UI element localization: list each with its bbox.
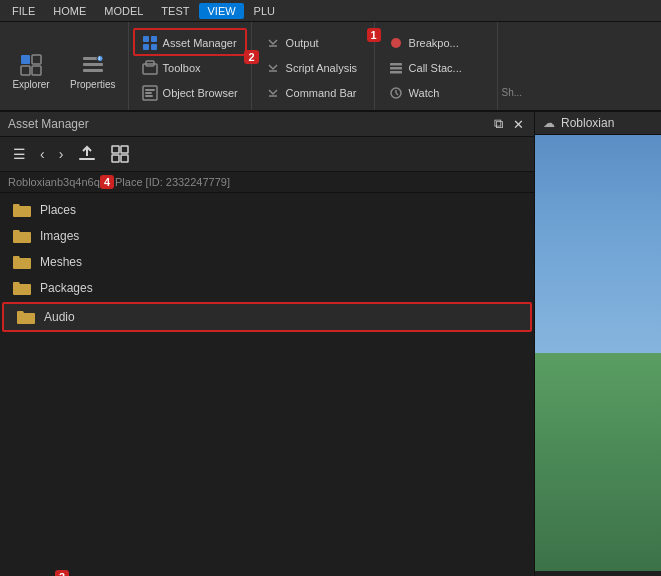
- toolbar-menu-button[interactable]: ☰: [8, 143, 31, 165]
- ribbon-section-debug: 1 Breakpo... Call Stac...: [375, 22, 498, 110]
- ribbon: Explorer i Properties 2: [0, 22, 661, 112]
- object-browser-button[interactable]: Object Browser: [135, 81, 245, 105]
- viewport[interactable]: [535, 135, 661, 571]
- asset-manager-icon: [141, 34, 159, 52]
- path-bar: Robloxianb3q4n6q4...Place [ID: 233224777…: [0, 172, 534, 193]
- svg-rect-32: [112, 155, 119, 162]
- call-stack-button[interactable]: Call Stac...: [381, 56, 491, 80]
- folder-icon-images: [12, 228, 32, 244]
- cloud-icon: ☁: [543, 116, 555, 130]
- asset-panel-title: Asset Manager: [8, 117, 89, 131]
- output-icon: [264, 34, 282, 52]
- folder-icon-meshes: [12, 254, 32, 270]
- toolbar-forward-button[interactable]: ›: [54, 143, 69, 165]
- call-stack-label: Call Stac...: [409, 62, 462, 74]
- list-item-places-label: Places: [40, 203, 76, 217]
- object-browser-icon: [141, 84, 159, 102]
- output-label: Output: [286, 37, 319, 49]
- folder-icon-packages: [12, 280, 32, 296]
- breakpoints-label: Breakpo...: [409, 37, 459, 49]
- output-col: Output Script Analysis C: [258, 27, 368, 105]
- script-analysis-button[interactable]: Script Analysis: [258, 56, 368, 80]
- svg-rect-30: [112, 146, 119, 153]
- svg-rect-25: [390, 71, 402, 74]
- svg-rect-33: [121, 155, 128, 162]
- list-item-audio[interactable]: Audio: [2, 302, 532, 332]
- svg-rect-17: [145, 92, 152, 94]
- svg-rect-16: [145, 89, 155, 91]
- viewport-sky: [535, 135, 661, 375]
- panel-title-bar: Asset Manager ⧉ ✕: [0, 112, 534, 137]
- menu-view[interactable]: VIEW: [199, 3, 243, 19]
- script-analysis-label: Script Analysis: [286, 62, 358, 74]
- view-tools-col: Asset Manager Toolbox: [135, 27, 245, 105]
- list-item-meshes[interactable]: Meshes: [0, 249, 534, 275]
- properties-icon: i: [81, 53, 105, 77]
- breakpoints-button[interactable]: Breakpo...: [381, 31, 491, 55]
- svg-rect-1: [32, 55, 41, 64]
- panel-title-actions: ⧉ ✕: [492, 116, 526, 132]
- svg-rect-23: [390, 63, 402, 66]
- explorer-icon: [19, 53, 43, 77]
- panel-restore-button[interactable]: ⧉: [492, 116, 505, 132]
- list-item-images[interactable]: Images: [0, 223, 534, 249]
- svg-rect-11: [143, 44, 149, 50]
- explorer-button[interactable]: Explorer: [6, 49, 56, 94]
- list-item-packages-label: Packages: [40, 281, 93, 295]
- menu-plugins[interactable]: PLU: [246, 3, 283, 19]
- list-item-places[interactable]: Places: [0, 197, 534, 223]
- main-area: Asset Manager ⧉ ✕ ☰ ‹ › 4: [0, 112, 661, 576]
- command-bar-button[interactable]: Command Bar: [258, 81, 368, 105]
- menu-file[interactable]: FILE: [4, 3, 43, 19]
- toolbar-back-button[interactable]: ‹: [35, 143, 50, 165]
- right-panel-header: ☁ Robloxian: [535, 112, 661, 135]
- object-browser-label: Object Browser: [163, 87, 238, 99]
- svg-line-28: [396, 93, 398, 95]
- list-item-meshes-label: Meshes: [40, 255, 82, 269]
- explorer-label: Explorer: [12, 79, 49, 90]
- properties-button[interactable]: i Properties: [64, 49, 122, 94]
- call-stack-icon: [387, 59, 405, 77]
- output-button[interactable]: Output: [258, 31, 368, 55]
- svg-rect-2: [21, 66, 30, 75]
- script-analysis-icon: [264, 59, 282, 77]
- menu-home[interactable]: HOME: [45, 3, 94, 19]
- svg-rect-31: [121, 146, 128, 153]
- folder-icon-places: [12, 202, 32, 218]
- asset-list: 3 Places Images Meshes: [0, 193, 534, 576]
- svg-rect-18: [145, 95, 153, 97]
- svg-rect-5: [83, 63, 103, 66]
- svg-rect-6: [83, 69, 103, 72]
- asset-panel: Asset Manager ⧉ ✕ ☰ ‹ › 4: [0, 112, 535, 576]
- toolbox-button[interactable]: Toolbox: [135, 56, 245, 80]
- menu-model[interactable]: MODEL: [96, 3, 151, 19]
- panel-close-button[interactable]: ✕: [511, 116, 526, 132]
- show-label: Sh...: [502, 87, 523, 98]
- svg-rect-9: [143, 36, 149, 42]
- menu-test[interactable]: TEST: [153, 3, 197, 19]
- menu-bar: FILE HOME MODEL TEST VIEW PLU: [0, 0, 661, 22]
- command-bar-label: Command Bar: [286, 87, 357, 99]
- path-text: Robloxianb3q4n6q4...Place [ID: 233224777…: [8, 176, 230, 188]
- breakpoints-icon: [387, 34, 405, 52]
- svg-rect-29: [79, 158, 95, 160]
- asset-manager-button[interactable]: Asset Manager: [135, 31, 245, 55]
- list-item-packages[interactable]: Packages: [0, 275, 534, 301]
- ribbon-section-explorer: Explorer i Properties: [0, 22, 129, 110]
- properties-label: Properties: [70, 79, 116, 90]
- watch-label: Watch: [409, 87, 440, 99]
- svg-rect-24: [390, 67, 402, 70]
- watch-button[interactable]: Watch: [381, 81, 491, 105]
- svg-rect-0: [21, 55, 30, 64]
- ribbon-section-show: Sh...: [498, 81, 527, 110]
- svg-point-22: [391, 38, 401, 48]
- panel-toolbar: ☰ ‹ › 4: [0, 137, 534, 172]
- toolbar-upload-button[interactable]: [72, 141, 102, 167]
- viewport-title: Robloxian: [561, 116, 614, 130]
- folder-icon-audio: [16, 309, 36, 325]
- toolbar-grid-button[interactable]: [106, 142, 134, 166]
- svg-rect-3: [32, 66, 41, 75]
- toolbox-label: Toolbox: [163, 62, 201, 74]
- right-panel: ☁ Robloxian: [535, 112, 661, 576]
- list-item-images-label: Images: [40, 229, 79, 243]
